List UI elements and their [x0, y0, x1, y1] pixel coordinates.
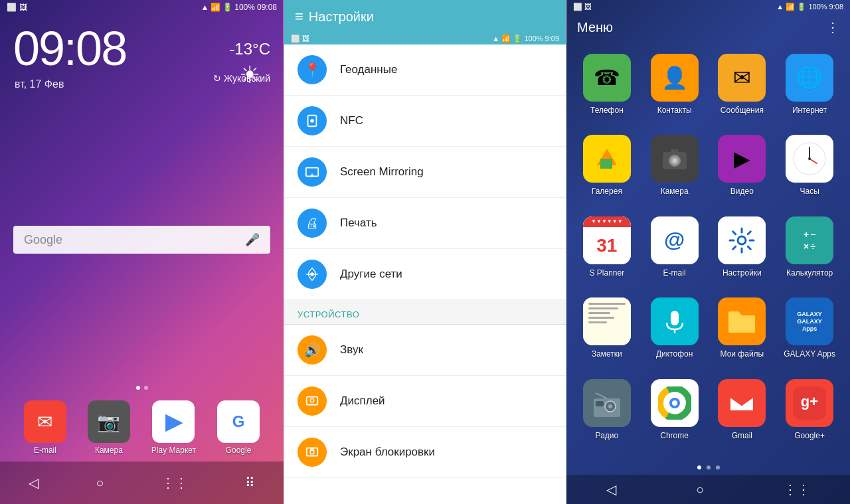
camera-app-icon: [651, 135, 699, 183]
back-arrow-icon[interactable]: ≡: [295, 8, 303, 25]
geodata-label: Геоданные: [340, 63, 397, 76]
status-icons-right: ▲ 📶 🔋 100% 09:08: [201, 3, 277, 12]
app-settings-menu[interactable]: Настройки: [709, 210, 776, 291]
app-camera-menu[interactable]: Камера: [641, 128, 709, 209]
app-googleplus-label: Google+: [794, 431, 825, 440]
app-notes[interactable]: Заметки: [573, 291, 641, 372]
recorder-icon: [651, 297, 699, 345]
svg-point-5: [310, 398, 314, 402]
app-calculator-label: Калькулятор: [786, 268, 833, 278]
location-display: ↻ Жуковский: [213, 73, 270, 84]
app-google[interactable]: G Google: [217, 400, 260, 455]
device-section-label: УСТРОЙСТВО: [298, 309, 359, 319]
panel-homescreen: ⬜ 🖼 ▲ 📶 🔋 100% 09:08 09:08 вт, 17 Фев -1…: [0, 0, 284, 504]
settings-title: Настройки: [309, 9, 374, 25]
app-video-label: Видео: [730, 187, 754, 196]
app-email-menu-label: E-mail: [663, 268, 686, 278]
settings-app-icon: [718, 216, 766, 264]
panel3-nav-bar: ◁ ○ ⋮⋮: [566, 475, 850, 504]
app-galaxy-apps[interactable]: GALAXY GALAXY Apps GALAXY Apps: [776, 291, 843, 372]
app-gallery-label: Галерея: [592, 187, 622, 196]
gmail-icon: [718, 379, 766, 427]
settings-sound[interactable]: 🔊 Звук: [284, 325, 566, 376]
app-messages[interactable]: ✉ Сообщения: [709, 47, 776, 128]
app-radio[interactable]: Радио: [573, 373, 641, 454]
app-email-menu[interactable]: @ E-mail: [641, 210, 709, 291]
back-button[interactable]: ◁: [18, 469, 49, 496]
svg-point-13: [673, 159, 677, 163]
googleplus-icon: g+: [786, 379, 833, 427]
settings-other-networks[interactable]: Другие сети: [284, 249, 566, 300]
app-contacts[interactable]: 👤 Контакты: [641, 47, 709, 128]
page-dot-3: [716, 465, 720, 469]
screen-mirroring-icon: [298, 157, 327, 187]
search-label: Google: [24, 233, 62, 247]
app-recorder[interactable]: Диктофон: [641, 291, 709, 372]
app-video[interactable]: ▶ Видео: [709, 128, 776, 209]
app-clock-label: Часы: [800, 187, 819, 196]
chrome-icon: [651, 379, 699, 427]
email-icon: ✉: [24, 400, 66, 443]
messages-icon: ✉: [718, 54, 766, 102]
svg-text:g+: g+: [801, 393, 818, 410]
app-playstore[interactable]: ▶ Play Маркет: [151, 400, 196, 455]
svg-rect-35: [725, 386, 758, 420]
recent-apps-button[interactable]: ⋮⋮: [151, 469, 199, 496]
more-options-icon[interactable]: ⋮: [826, 19, 839, 35]
app-phone[interactable]: ☎ Телефон: [573, 47, 641, 128]
svg-point-34: [672, 400, 677, 406]
app-gallery[interactable]: Галерея: [573, 128, 641, 209]
app-internet-label: Интернет: [792, 106, 827, 115]
home-button[interactable]: ○: [85, 470, 114, 496]
display-label: Дисплей: [340, 394, 385, 408]
settings-screen-mirroring[interactable]: Screen Mirroring: [284, 147, 566, 198]
app-myfiles[interactable]: Мои файлы: [709, 291, 776, 372]
app-internet[interactable]: 🌐 Интернет: [776, 47, 843, 128]
calculator-icon: +− ×÷: [786, 216, 833, 264]
splanner-icon: ▼▼▼▼▼▼ 31: [583, 216, 631, 264]
temperature: -13°C: [229, 40, 270, 58]
app-chrome-label: Chrome: [660, 431, 689, 440]
myfiles-icon: [718, 297, 766, 345]
status-icons-left: ⬜ 🖼: [7, 3, 27, 12]
settings-print[interactable]: 🖨 Печать: [284, 198, 566, 249]
geodata-icon: 📍: [298, 55, 327, 84]
panel3-back-button[interactable]: ◁: [606, 481, 616, 497]
location-name: Жуковский: [224, 73, 270, 84]
playstore-icon: ▶: [152, 400, 195, 443]
battery-percent: 100%: [234, 3, 255, 12]
panel3-home-button[interactable]: ○: [696, 482, 704, 497]
app-splanner[interactable]: ▼▼▼▼▼▼ 31 S Planner: [573, 210, 641, 291]
microphone-icon[interactable]: 🎤: [245, 232, 260, 247]
app-contacts-label: Контакты: [657, 106, 692, 115]
settings-nfc[interactable]: NFC: [284, 96, 566, 147]
app-email[interactable]: ✉ E-mail: [24, 400, 66, 455]
settings-geodata[interactable]: 📍 Геоданные: [284, 44, 566, 96]
app-gmail[interactable]: Gmail: [709, 373, 776, 454]
app-chrome[interactable]: Chrome: [641, 373, 709, 454]
app-googleplus[interactable]: g+ Google+: [776, 373, 843, 454]
camera-icon: 📷: [88, 400, 130, 443]
device-section-header: УСТРОЙСТВО: [284, 300, 566, 324]
app-messages-label: Сообщения: [721, 106, 764, 115]
navigation-bar: ◁ ○ ⋮⋮ ⠿: [0, 462, 284, 504]
panel-settings: ≡ Настройки ⬜ 🖼 ▲ 📶 🔋 100% 9:09 📍 Геодан…: [284, 0, 566, 504]
settings-lock-screen[interactable]: Экран блокировки: [284, 427, 566, 478]
panel3-recent-button[interactable]: ⋮⋮: [784, 481, 810, 497]
app-clock[interactable]: Часы: [776, 128, 843, 209]
battery-icon: 🔋: [222, 3, 232, 12]
settings-display[interactable]: Дисплей: [284, 376, 566, 427]
app-calculator[interactable]: +− ×÷ Калькулятор: [776, 210, 843, 291]
app-camera-menu-label: Камера: [661, 187, 689, 196]
google-search-bar[interactable]: Google 🎤: [13, 226, 270, 254]
menu-button[interactable]: ⠿: [234, 469, 266, 496]
app-camera[interactable]: 📷 Камера: [88, 400, 130, 455]
gallery-app-icon: [583, 135, 631, 183]
google-icon: G: [217, 400, 260, 443]
radio-icon: [583, 379, 631, 427]
dot-2: [144, 386, 148, 390]
gallery-icon: 🖼: [19, 3, 27, 12]
lock-screen-label: Экран блокировки: [340, 446, 435, 459]
page-dot-1: [697, 465, 701, 469]
app-phone-label: Телефон: [590, 106, 624, 115]
